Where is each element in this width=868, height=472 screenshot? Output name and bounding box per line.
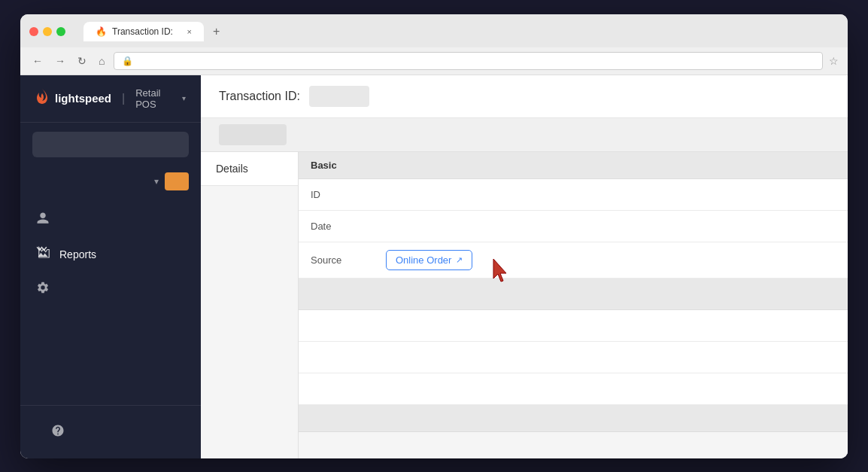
main-panel: Basic ID Date Source Online Order ↗ — [299, 152, 848, 458]
active-browser-tab[interactable]: 🔥 Transaction ID: × — [83, 22, 204, 41]
logo-divider: | — [122, 92, 125, 105]
source-label: Source — [311, 254, 386, 266]
browser-chrome: 🔥 Transaction ID: × + — [20, 14, 848, 47]
app-layout: lightspeed | Retail POS ▾ ▾ — [20, 75, 848, 458]
logo-chevron-icon[interactable]: ▾ — [182, 94, 186, 102]
sidebar-item-reports[interactable]: Reports — [20, 237, 201, 272]
address-bar[interactable]: 🔒 — [114, 52, 823, 70]
sidebar: lightspeed | Retail POS ▾ ▾ — [20, 75, 201, 458]
sidebar-item-user[interactable] — [20, 203, 201, 237]
user-dropdown-chevron[interactable]: ▾ — [154, 176, 159, 187]
reports-label: Reports — [59, 248, 96, 260]
back-button[interactable]: ← — [29, 53, 46, 69]
tab-favicon: 🔥 — [96, 26, 106, 37]
field-row-source: Source Online Order ↗ — [299, 242, 848, 279]
empty-row-1 — [299, 310, 848, 342]
tab-close-button[interactable]: × — [187, 27, 192, 36]
online-order-text: Online Order — [396, 254, 451, 266]
sidebar-item-settings[interactable] — [20, 272, 201, 306]
main-content: Transaction ID: Details Basic ID — [201, 75, 848, 458]
browser-window: 🔥 Transaction ID: × + ← → ↻ ⌂ 🔒 ☆ — [20, 14, 848, 458]
field-row-date: Date — [299, 211, 848, 242]
details-tab[interactable]: Details — [201, 152, 298, 186]
logo-product: Retail POS — [135, 87, 175, 110]
settings-icon — [35, 281, 50, 297]
forward-button[interactable]: → — [52, 53, 68, 69]
maximize-traffic-light[interactable] — [56, 27, 65, 36]
date-label: Date — [311, 221, 386, 232]
bookmark-button[interactable]: ☆ — [829, 55, 839, 67]
bottom-section-header — [299, 405, 848, 432]
id-label: ID — [311, 189, 386, 200]
reports-icon — [35, 246, 50, 263]
content-header: Transaction ID: — [201, 75, 848, 118]
empty-row-2 — [299, 342, 848, 373]
external-link-icon: ↗ — [456, 255, 463, 265]
browser-toolbar: ← → ↻ ⌂ 🔒 ☆ — [20, 47, 848, 75]
sidebar-user-badge[interactable] — [165, 172, 189, 190]
field-row-id: ID — [299, 179, 848, 211]
sidebar-user-area: ▾ — [20, 166, 201, 196]
online-order-button[interactable]: Online Order ↗ — [386, 250, 472, 270]
gray-divider-row — [299, 279, 848, 310]
sidebar-nav: Reports — [20, 196, 201, 405]
toolbar-action-button[interactable] — [219, 124, 287, 145]
basic-section-header: Basic — [299, 152, 848, 179]
page-title: Transaction ID: — [219, 90, 300, 103]
logo-flame-icon — [35, 89, 49, 108]
content-body: Details Basic ID Date Source — [201, 152, 848, 458]
reload-button[interactable]: ↻ — [74, 53, 90, 69]
lock-icon: 🔒 — [122, 56, 133, 66]
traffic-lights — [29, 27, 65, 36]
sidebar-item-help[interactable] — [35, 415, 186, 449]
browser-tab-bar: 🔥 Transaction ID: × + — [83, 22, 226, 41]
tab-title: Transaction ID: — [112, 26, 173, 37]
sidebar-header: lightspeed | Retail POS ▾ — [20, 75, 201, 123]
logo-text: lightspeed — [55, 92, 111, 105]
details-sidebar: Details — [201, 152, 299, 458]
sidebar-search-area — [20, 123, 201, 166]
new-tab-button[interactable]: + — [207, 22, 226, 41]
content-toolbar — [201, 118, 848, 152]
browser-titlebar: 🔥 Transaction ID: × + — [29, 22, 839, 41]
user-icon — [35, 212, 50, 228]
transaction-id-input[interactable] — [309, 86, 369, 107]
sidebar-search-box[interactable] — [32, 132, 189, 157]
empty-row-3 — [299, 373, 848, 405]
help-icon — [50, 424, 65, 440]
close-traffic-light[interactable] — [29, 27, 38, 36]
sidebar-footer — [20, 405, 201, 458]
home-button[interactable]: ⌂ — [96, 53, 108, 69]
minimize-traffic-light[interactable] — [43, 27, 52, 36]
